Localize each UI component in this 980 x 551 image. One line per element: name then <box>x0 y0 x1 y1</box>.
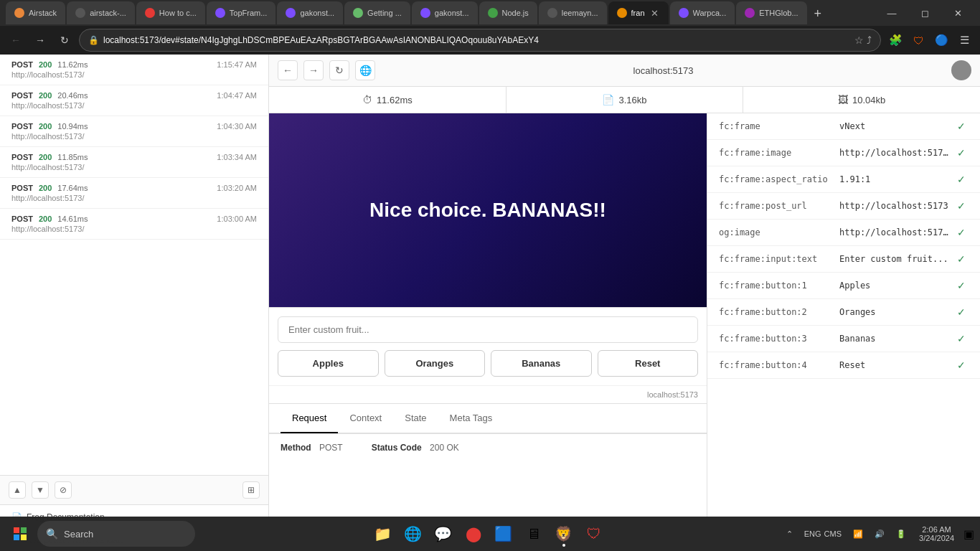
status-code-field: Status Code 200 OK <box>372 443 459 453</box>
share-icon[interactable]: ⤴ <box>867 34 872 46</box>
speaker-icon[interactable]: 🔊 <box>870 527 889 542</box>
wifi-icon[interactable]: 📶 <box>849 527 867 542</box>
tab-nodejs[interactable]: Node.js <box>479 1 537 24</box>
forward-button[interactable]: → <box>30 30 50 50</box>
right-panel: ← → ↻ 🌐 localhost:5173 ⏱ 11.62ms 📄 3.16k… <box>269 55 980 551</box>
frame-globe-button[interactable]: 🌐 <box>355 60 375 80</box>
request-item[interactable]: POST 200 11.85ms 1:03:34 AM http://local… <box>0 147 268 178</box>
clear-log-button[interactable]: ⊘ <box>55 481 72 499</box>
scroll-up-button[interactable]: ▲ <box>9 481 26 499</box>
language-input[interactable]: ENG CMS <box>800 527 846 541</box>
prop-row: fc:frame:button:3 Bananas ✓ <box>707 326 980 352</box>
taskbar-app-fileexplorer[interactable]: 📁 <box>369 519 397 548</box>
prop-row: fc:frame:image http://localhost:5173/i..… <box>707 140 980 166</box>
prop-row: fc:frame:button:2 Oranges ✓ <box>707 299 980 326</box>
tab-meta-tags[interactable]: Meta Tags <box>438 404 504 433</box>
address-actions: ☆ ⤴ <box>854 34 872 46</box>
properties-panel: fc:frame vNext ✓ fc:frame:image http://l… <box>707 113 980 551</box>
sys-chevron[interactable]: ⌃ <box>782 527 797 542</box>
tab-fran[interactable]: fran ✕ <box>608 1 669 24</box>
taskbar-app-antivirus[interactable]: 🛡 <box>580 519 608 548</box>
prop-status-icon: ✓ <box>954 174 969 185</box>
frame-input-area: Apples Oranges Bananas Reset <box>269 307 707 385</box>
image-icon: 🖼 <box>838 94 848 105</box>
tab-airstack[interactable]: Airstack <box>6 1 65 24</box>
notification-button[interactable]: ▣ <box>963 519 974 548</box>
tab-context[interactable]: Context <box>338 404 393 433</box>
prop-status-icon: ✓ <box>954 147 969 159</box>
apples-button[interactable]: Apples <box>278 350 379 377</box>
taskbar-app-chrome[interactable]: ⬤ <box>459 519 488 548</box>
tab-request[interactable]: Request <box>281 404 338 433</box>
extensions-icon[interactable]: 🧩 <box>885 30 905 50</box>
frame-custom-input[interactable] <box>278 316 698 343</box>
menu-button[interactable]: ☰ <box>954 30 974 50</box>
prop-row: fc:frame:aspect_ratio 1.91:1 ✓ <box>707 166 980 193</box>
tab-warpca[interactable]: Warpca... <box>670 1 735 24</box>
user-avatar <box>951 60 971 80</box>
log-controls: ▲ ▼ ⊘ ⊞ <box>0 475 268 504</box>
window-controls: — ◻ ✕ <box>875 1 974 24</box>
frame-footer: localhost:5173 <box>269 385 707 403</box>
request-item[interactable]: POST 200 17.64ms 1:03:20 AM http://local… <box>0 178 268 209</box>
frame-back-button[interactable]: ← <box>278 60 298 80</box>
clock-display[interactable]: 2:06 AM 3/24/2024 <box>913 522 960 545</box>
battery-icon[interactable]: 🔋 <box>892 527 910 542</box>
frame-url-display: localhost:5173 <box>381 65 946 76</box>
address-bar[interactable]: 🔒 ☆ ⤴ <box>79 29 881 52</box>
back-button[interactable]: ← <box>6 30 26 50</box>
start-button[interactable] <box>6 519 34 548</box>
prop-row: fc:frame:input:text Enter custom fruit..… <box>707 246 980 273</box>
stat-size: 📄 3.16kb <box>507 87 744 113</box>
search-icon: 🔍 <box>46 528 58 540</box>
frame-stats: ⏱ 11.62ms 📄 3.16kb 🖼 10.04kb <box>269 87 980 113</box>
bananas-button[interactable]: Bananas <box>491 350 592 377</box>
bottom-row: Method POST Status Code 200 OK <box>281 443 695 453</box>
tab-state[interactable]: State <box>393 404 438 433</box>
tab-topframe[interactable]: TopFram... <box>207 1 276 24</box>
nav-bar: ← → ↻ 🔒 ☆ ⤴ 🧩 🛡 🔵 ☰ <box>0 26 980 55</box>
taskbar: 🔍 Search 📁 🌐 💬 ⬤ 🟦 🖥 🦁 🛡 ⌃ ENG <box>0 517 980 551</box>
taskbar-app-discord[interactable]: 💬 <box>429 519 458 548</box>
frame-image-title: Nice choice. BANANAS!! <box>369 199 606 222</box>
reload-button[interactable]: ↻ <box>55 30 75 50</box>
tab-leemayn[interactable]: leemayn... <box>539 1 607 24</box>
close-button[interactable]: ✕ <box>941 1 974 24</box>
bookmark-icon[interactable]: ☆ <box>854 34 864 46</box>
request-item[interactable]: POST 200 14.61ms 1:03:00 AM http://local… <box>0 209 268 240</box>
tab-ethglob[interactable]: ETHGlob... <box>736 1 806 24</box>
brave-shield-icon[interactable]: 🛡 <box>908 30 928 50</box>
tab-gakonst2[interactable]: gakonst... <box>412 1 478 24</box>
prop-status-icon: ✓ <box>954 200 969 212</box>
request-item[interactable]: POST 200 11.62ms 1:15:47 AM http://local… <box>0 55 268 85</box>
taskbar-app-edge[interactable]: 🌐 <box>399 519 428 548</box>
reset-button[interactable]: Reset <box>598 350 699 377</box>
minimize-button[interactable]: — <box>875 1 908 24</box>
tabs-bar: Request Context State Meta Tags <box>269 403 707 433</box>
tab-getting[interactable]: Getting ... <box>344 1 410 24</box>
tab-airstack-github[interactable]: airstack-... <box>67 1 135 24</box>
taskbar-app-vscode[interactable]: 🟦 <box>489 519 518 548</box>
request-item[interactable]: POST 200 20.46ms 1:04:47 AM http://local… <box>0 85 268 116</box>
expand-log-button[interactable]: ⊞ <box>242 481 260 499</box>
url-input[interactable] <box>103 35 850 45</box>
oranges-button[interactable]: Oranges <box>385 350 486 377</box>
taskbar-app-brave[interactable]: 🦁 <box>550 519 578 548</box>
vpn-icon[interactable]: 🔵 <box>931 30 951 50</box>
prop-status-icon: ✓ <box>954 333 969 344</box>
tab-gakonst1[interactable]: gakonst... <box>277 1 343 24</box>
tab-howto[interactable]: How to c... <box>136 1 205 24</box>
taskbar-app-terminal[interactable]: 🖥 <box>519 519 548 548</box>
frame-reload-button[interactable]: ↻ <box>329 60 349 80</box>
title-bar: Airstack airstack-... How to c... TopFra… <box>0 0 980 26</box>
new-tab-button[interactable]: + <box>809 4 828 24</box>
clock-icon: ⏱ <box>362 94 372 105</box>
prop-row: fc:frame:post_url http://localhost:5173 … <box>707 193 980 220</box>
stat-time: ⏱ 11.62ms <box>269 87 507 113</box>
maximize-button[interactable]: ◻ <box>908 1 941 24</box>
frame-forward-button[interactable]: → <box>303 60 324 80</box>
scroll-down-button[interactable]: ▼ <box>32 481 49 499</box>
taskbar-search[interactable]: 🔍 Search <box>37 521 195 547</box>
tab-close-icon[interactable]: ✕ <box>649 6 660 20</box>
request-item[interactable]: POST 200 10.94ms 1:04:30 AM http://local… <box>0 116 268 147</box>
